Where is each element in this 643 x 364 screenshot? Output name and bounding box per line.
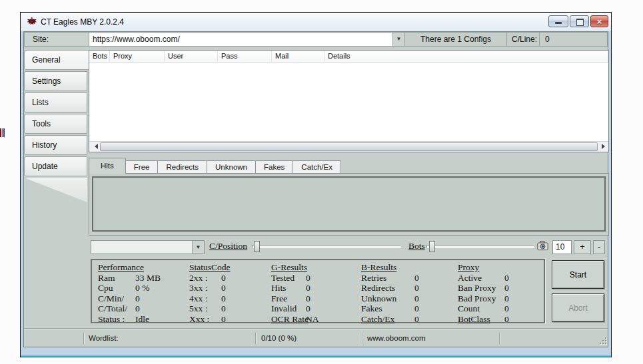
- minimize-button[interactable]: [548, 15, 568, 27]
- site-status-text: www.oboom.com: [367, 334, 426, 342]
- increment-button[interactable]: +: [574, 240, 591, 254]
- sidebar-item-settings[interactable]: Settings: [24, 71, 87, 91]
- active-value: 0: [504, 273, 509, 283]
- stat-performance-status: Status :Idle: [98, 314, 161, 325]
- bots-slider[interactable]: [426, 240, 534, 254]
- stat-b_results-catch-ex: Catch/Ex0: [361, 314, 419, 325]
- sidebar-item-tools[interactable]: Tools: [24, 114, 87, 134]
- ban-proxy-value: 0: [504, 283, 509, 293]
- tab-hits[interactable]: Hits: [89, 158, 126, 174]
- ram-value: 33 MB: [135, 273, 161, 283]
- window-bottom-accent: [21, 355, 611, 357]
- chevron-down-icon[interactable]: ▼: [192, 241, 204, 254]
- site-url-combobox[interactable]: https://www.oboom.com/ ▼: [89, 32, 405, 47]
- stat-performance-ram: Ram33 MB: [98, 273, 161, 283]
- site-bar: Site: https://www.oboom.com/ ▼ There are…: [24, 32, 608, 47]
- slider-track: [252, 245, 401, 248]
- tested-value: 0: [306, 273, 311, 283]
- stat-statuscode-4xx: 4xx :0: [189, 293, 231, 304]
- progress-text: 0/10 (0 %): [261, 334, 297, 342]
- abort-button[interactable]: Abort: [552, 293, 604, 322]
- hits-value: 0: [306, 283, 311, 293]
- scroll-right-icon[interactable]: [598, 142, 608, 152]
- camera-icon[interactable]: [537, 240, 548, 251]
- retries-label: Retries: [361, 273, 414, 283]
- hits-output-area[interactable]: [92, 176, 606, 232]
- scrollbar-thumb[interactable]: [100, 142, 598, 151]
- site-label: Site:: [24, 32, 89, 47]
- column-header-pass[interactable]: Pass: [218, 51, 272, 63]
- column-header-proxy[interactable]: Proxy: [110, 51, 165, 63]
- stat-proxy-bad-proxy: Bad Proxy0: [458, 293, 509, 304]
- ocr-rate-label: OCR Rate: [271, 314, 306, 325]
- count-value: 0: [504, 303, 509, 314]
- table-body[interactable]: [89, 63, 608, 141]
- column-header-details[interactable]: Details: [324, 51, 608, 63]
- 5xx-value: 0: [221, 303, 226, 314]
- catch-ex-label: Catch/Ex: [361, 314, 414, 325]
- start-button[interactable]: Start: [552, 260, 604, 289]
- sidebar-item-general[interactable]: General: [24, 50, 89, 70]
- cposition-label: C/Position: [209, 241, 247, 252]
- config-combobox[interactable]: ▼: [91, 240, 205, 254]
- cline-label: C/Line:: [506, 32, 540, 47]
- chevron-down-icon[interactable]: ▼: [392, 33, 404, 46]
- tab-free[interactable]: Free: [125, 160, 159, 174]
- bots-label: Bots: [408, 241, 425, 252]
- tab-catch-ex[interactable]: Catch/Ex: [293, 160, 341, 174]
- slider-handle[interactable]: [429, 241, 435, 252]
- maximize-icon: [576, 19, 584, 26]
- performance-stats: PerformanceRam33 MBCpu0 %C/Min/0C/Total/…: [98, 262, 161, 324]
- c-min-value: 0: [135, 293, 140, 304]
- resize-grip[interactable]: [598, 335, 606, 344]
- 5xx-label: 5xx :: [189, 303, 221, 314]
- app-window: CT Eagles MBY 2.0.2.4 × Site: https://ww…: [20, 12, 612, 357]
- stat-statuscode-xxx: Xxx :0: [189, 314, 231, 325]
- sidebar-item-history[interactable]: History: [24, 135, 87, 155]
- fakes-label: Fakes: [361, 303, 414, 314]
- sidebar-item-lists[interactable]: Lists: [24, 92, 87, 112]
- wordlist-label: Wordlist:: [89, 334, 119, 342]
- xxx-label: Xxx :: [189, 314, 221, 325]
- results-tabpage: [89, 173, 609, 236]
- statusbar-separator: [499, 333, 500, 344]
- tab-redirects[interactable]: Redirects: [157, 160, 207, 174]
- cposition-slider[interactable]: [252, 240, 401, 254]
- result-tabs: HitsFreeRedirectsUnknownFakesCatch/Ex: [89, 158, 341, 174]
- statusbar: Wordlist: 0/10 (0 %) www.oboom.com: [24, 331, 608, 346]
- active-label: Active: [458, 273, 504, 283]
- proxy-title: Proxy: [458, 262, 509, 273]
- column-header-user[interactable]: User: [165, 51, 218, 63]
- close-button[interactable]: ×: [590, 15, 608, 27]
- column-header-mail[interactable]: Mail: [272, 51, 324, 63]
- decrement-button[interactable]: -: [593, 240, 605, 254]
- slider-handle[interactable]: [254, 241, 260, 252]
- 2xx-value: 0: [221, 273, 226, 283]
- config-combobox-value: [91, 241, 192, 254]
- stat-g_results-invalid: Invalid0: [271, 303, 319, 314]
- horizontal-scrollbar[interactable]: [89, 141, 608, 152]
- xxx-value: 0: [221, 314, 226, 325]
- botclass-label: BotClass: [458, 314, 504, 325]
- titlebar[interactable]: CT Eagles MBY 2.0.2.4 ×: [21, 13, 611, 31]
- sidebar-item-update[interactable]: Update: [24, 156, 87, 176]
- tab-fakes[interactable]: Fakes: [255, 160, 293, 174]
- retries-value: 0: [414, 273, 419, 283]
- scroll-left-icon[interactable]: [89, 142, 100, 152]
- bot-count-input[interactable]: 10: [552, 240, 572, 254]
- statusbar-divider-line: [24, 328, 608, 329]
- c-total-value: 0: [135, 303, 140, 314]
- bad-proxy-label: Bad Proxy: [458, 293, 504, 304]
- stats-panel: PerformanceRam33 MBCpu0 %C/Min/0C/Total/…: [91, 259, 545, 323]
- 3xx-value: 0: [221, 283, 226, 293]
- maximize-button[interactable]: [570, 15, 589, 27]
- g-results-title: G-Results: [271, 262, 319, 273]
- tab-unknown[interactable]: Unknown: [207, 160, 256, 174]
- stat-b_results-unknown: Unknown0: [361, 293, 419, 304]
- stat-g_results-hits: Hits0: [271, 283, 319, 293]
- column-header-bots[interactable]: Bots: [89, 51, 110, 63]
- slider-track: [426, 245, 534, 248]
- stat-proxy-count: Count0: [458, 303, 509, 314]
- redirects-label: Redirects: [361, 283, 414, 293]
- stat-g_results-ocr-rate: OCR RateNA: [271, 314, 319, 325]
